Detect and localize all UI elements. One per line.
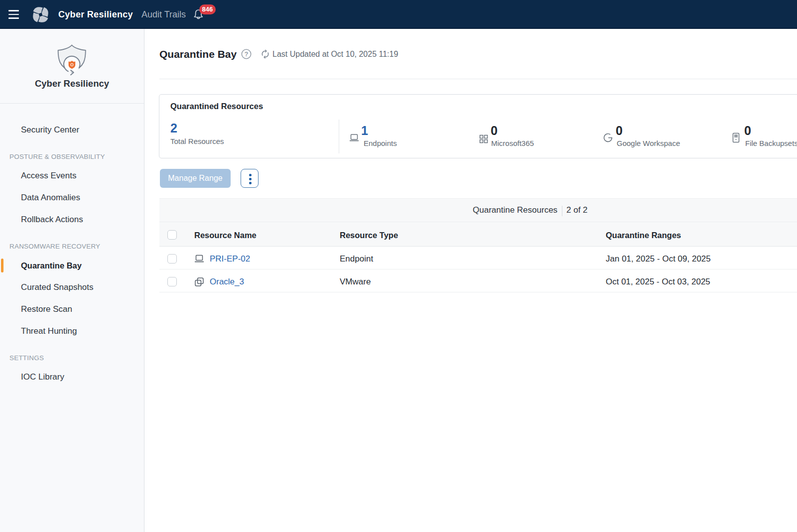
svg-text:?: ? [245, 51, 249, 58]
